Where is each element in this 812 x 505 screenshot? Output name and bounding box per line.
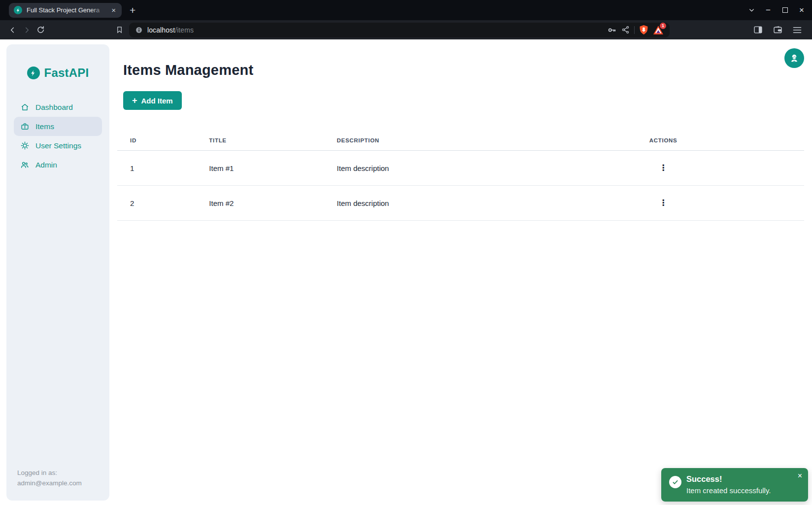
sidebar-item-user-settings[interactable]: User Settings [14,136,102,155]
row-actions-menu-button[interactable]: ⋮ [656,164,671,172]
bookmark-icon[interactable] [112,23,126,37]
fastapi-logo: FastAPI [14,66,102,80]
items-table: ID TITLE DESCRIPTION ACTIONS 1 Item #1 I… [117,130,804,221]
sidebar: FastAPI Dashboard Items User Settings [6,44,109,501]
add-item-label: Add Item [141,97,173,105]
rewards-badge: 1 [660,23,666,29]
sidebar-item-dashboard[interactable]: Dashboard [14,98,102,117]
maximize-button[interactable] [781,7,788,14]
tab-title: Full Stack Project Genera [27,6,105,14]
row-actions-menu-button[interactable]: ⋮ [656,199,671,207]
header-id: ID [117,130,196,151]
browser-toolbar: localhost/items 1 [0,20,812,39]
user-avatar-icon [789,53,800,64]
sidebar-item-label: Items [35,122,54,131]
sidebar-nav: Dashboard Items User Settings Admin [14,98,102,174]
sidebar-item-label: Dashboard [35,103,73,112]
tab-search-chevron-icon[interactable] [748,7,755,14]
new-tab-button[interactable]: + [130,5,135,15]
table-row: 2 Item #2 Item description ⋮ [117,186,804,221]
cell-title: Item #2 [196,186,324,221]
plus-icon: + [132,96,137,105]
briefcase-icon [20,122,29,131]
reload-button[interactable] [34,23,47,37]
toast-close-button[interactable]: × [798,472,802,480]
sidebar-item-label: User Settings [35,141,81,150]
close-window-button[interactable]: × [798,7,805,14]
toolbar-divider [634,26,635,34]
fastapi-favicon-icon [14,6,22,14]
gear-icon [20,141,29,150]
cell-description: Item description [324,186,637,221]
brave-shield-icon[interactable] [639,25,648,35]
back-button[interactable] [6,23,20,37]
forward-button[interactable] [20,23,34,37]
logged-in-email: admin@example.com [17,478,99,489]
logo-text: FastAPI [44,66,89,80]
side-panel-icon[interactable] [751,23,765,37]
toast-text: Success! Item created successfully. [686,474,771,495]
table-row: 1 Item #1 Item description ⋮ [117,151,804,186]
main-content: Items Management + Add Item ID TITLE DES… [109,39,812,221]
table-header-row: ID TITLE DESCRIPTION ACTIONS [117,130,804,151]
tab-close-icon[interactable]: × [109,5,118,15]
toolbar-right-group [751,23,806,37]
sidebar-item-items[interactable]: Items [14,117,102,136]
app-page: FastAPI Dashboard Items User Settings [0,39,812,505]
url-text: localhost/items [147,26,194,34]
browser-titlebar: Full Stack Project Genera × + − × [0,0,812,20]
logged-in-label: Logged in as: [17,468,99,478]
sidebar-item-label: Admin [35,161,57,169]
logged-in-info: Logged in as: admin@example.com [14,468,102,489]
check-circle-icon [669,476,681,488]
wallet-icon[interactable] [771,23,784,37]
fastapi-bolt-icon [27,67,40,79]
header-description: DESCRIPTION [324,130,637,151]
address-bar[interactable]: localhost/items 1 [129,23,670,37]
menu-icon[interactable] [790,23,804,37]
toast-message: Item created successfully. [686,486,771,495]
kebab-icon: ⋮ [659,163,668,172]
users-icon [20,161,29,169]
maximize-icon [782,7,788,13]
home-icon [20,103,29,112]
header-title: TITLE [196,130,324,151]
key-icon[interactable] [607,25,617,35]
minimize-button[interactable]: − [765,7,772,14]
window-controls: − × [748,7,812,14]
brave-rewards-icon[interactable]: 1 [653,25,664,35]
page-title: Items Management [123,62,804,78]
cell-description: Item description [324,151,637,186]
browser-tab[interactable]: Full Stack Project Genera × [9,3,122,18]
header-actions: ACTIONS [637,130,804,151]
site-info-icon[interactable] [135,26,143,34]
toast-title: Success! [686,474,771,484]
sidebar-item-admin[interactable]: Admin [14,155,102,174]
share-icon[interactable] [621,26,630,34]
success-toast: Success! Item created successfully. × [661,468,808,502]
cell-id: 2 [117,186,196,221]
tab-title-fade [91,6,105,14]
cell-title: Item #1 [196,151,324,186]
kebab-icon: ⋮ [659,198,668,207]
user-avatar-button[interactable] [784,48,804,68]
cell-id: 1 [117,151,196,186]
add-item-button[interactable]: + Add Item [123,91,182,110]
